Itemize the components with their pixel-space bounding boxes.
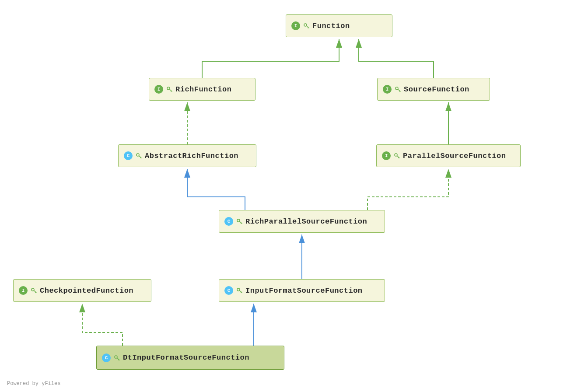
node-label-sourcefunction: SourceFunction bbox=[404, 85, 469, 94]
badge-inputformatsourcefunction: C bbox=[224, 286, 233, 295]
key-icon-inputformatsourcefunction bbox=[236, 287, 243, 294]
node-label-inputformatsourcefunction: InputFormatSourceFunction bbox=[245, 287, 363, 295]
node-parallelsourcefunction[interactable]: I ParallelSourceFunction bbox=[376, 144, 521, 167]
badge-checkpointedfunction: I bbox=[19, 286, 28, 295]
badge-sourcefunction: I bbox=[383, 85, 392, 94]
node-label-parallelsourcefunction: ParallelSourceFunction bbox=[403, 152, 506, 160]
badge-richparallelsourcefunction: C bbox=[224, 217, 233, 226]
node-label-richfunction: RichFunction bbox=[175, 85, 231, 94]
node-label-function: Function bbox=[312, 22, 350, 30]
key-icon-sourcefunction bbox=[394, 86, 401, 93]
node-dtinputformatsourcefunction[interactable]: C DtInputFormatSourceFunction bbox=[96, 346, 284, 370]
node-function[interactable]: I Function bbox=[286, 14, 392, 37]
key-icon-richfunction bbox=[166, 86, 173, 93]
key-icon-richparallelsourcefunction bbox=[236, 218, 243, 225]
key-icon-parallelsourcefunction bbox=[393, 152, 400, 159]
node-abstractrichfunction[interactable]: C AbstractRichFunction bbox=[118, 144, 256, 167]
arrows-svg bbox=[0, 0, 567, 392]
badge-function: I bbox=[291, 21, 300, 30]
badge-abstractrichfunction: C bbox=[124, 151, 133, 160]
node-label-abstractrichfunction: AbstractRichFunction bbox=[145, 152, 238, 160]
diagram-container: I FunctionI RichFunctionI SourceFunction… bbox=[0, 0, 567, 392]
node-richfunction[interactable]: I RichFunction bbox=[149, 78, 256, 101]
node-inputformatsourcefunction[interactable]: C InputFormatSourceFunction bbox=[219, 279, 385, 302]
key-icon-function bbox=[303, 22, 310, 29]
node-label-checkpointedfunction: CheckpointedFunction bbox=[40, 287, 133, 295]
badge-dtinputformatsourcefunction: C bbox=[102, 354, 111, 362]
node-label-dtinputformatsourcefunction: DtInputFormatSourceFunction bbox=[123, 354, 249, 362]
node-sourcefunction[interactable]: I SourceFunction bbox=[377, 78, 490, 101]
node-checkpointedfunction[interactable]: I CheckpointedFunction bbox=[13, 279, 151, 302]
badge-parallelsourcefunction: I bbox=[382, 151, 391, 160]
badge-richfunction: I bbox=[154, 85, 163, 94]
node-label-richparallelsourcefunction: RichParallelSourceFunction bbox=[245, 217, 367, 226]
powered-by-label: Powered by yFiles bbox=[7, 381, 60, 387]
key-icon-abstractrichfunction bbox=[135, 152, 142, 159]
node-richparallelsourcefunction[interactable]: C RichParallelSourceFunction bbox=[219, 210, 385, 233]
key-icon-checkpointedfunction bbox=[30, 287, 37, 294]
key-icon-dtinputformatsourcefunction bbox=[113, 354, 120, 361]
